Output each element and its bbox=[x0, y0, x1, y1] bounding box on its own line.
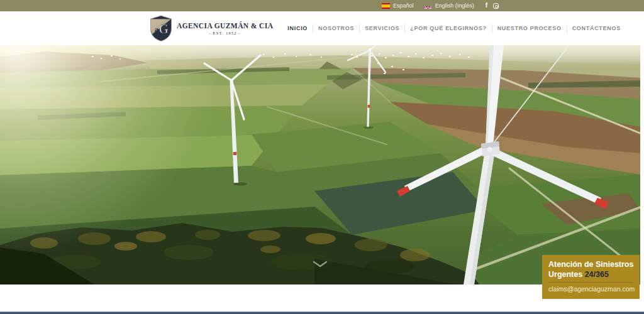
social-links: f bbox=[486, 3, 499, 9]
established-year: - EST. 1952 - bbox=[209, 31, 241, 35]
main-nav: INICIO NOSOTROS SERVICIOS ¿POR QUÉ ELEGI… bbox=[282, 24, 626, 33]
instagram-icon[interactable] bbox=[493, 3, 499, 9]
next-section-top-edge bbox=[0, 311, 644, 314]
svg-text:G: G bbox=[159, 22, 168, 36]
language-option-spanish[interactable]: Español bbox=[382, 3, 414, 9]
shield-logo-icon: a G bbox=[149, 15, 173, 41]
hero-section: Atención de Siniestros Urgentes 24/365 c… bbox=[0, 45, 640, 284]
claims-line-1: Atención de Siniestros bbox=[548, 259, 633, 269]
facebook-icon[interactable]: f bbox=[486, 3, 487, 9]
company-name: AGENCIA GUZMÁN & CIA bbox=[177, 22, 273, 30]
nav-item-inicio[interactable]: INICIO bbox=[282, 24, 313, 33]
nav-item-nuestro-proceso[interactable]: NUESTRO PROCESO bbox=[492, 24, 567, 33]
language-label: English (Inglés) bbox=[435, 3, 474, 9]
uk-flag-icon bbox=[424, 3, 432, 9]
claims-email-link[interactable]: claims@agenciaguzman.com bbox=[548, 282, 633, 293]
sun-glare bbox=[0, 45, 640, 284]
scroll-down-chevron-icon[interactable] bbox=[313, 261, 328, 268]
nav-item-por-que-elegirnos[interactable]: ¿POR QUÉ ELEGIRNOS? bbox=[404, 24, 491, 33]
site-header: a G AGENCIA GUZMÁN & CIA - EST. 1952 - I… bbox=[0, 11, 644, 45]
nav-item-contactenos[interactable]: CONTÁCTENOS bbox=[567, 24, 626, 33]
spain-flag-icon bbox=[382, 3, 390, 9]
claims-line-2: Urgentes 24/365 bbox=[548, 269, 633, 279]
hero-image-wind-turbines bbox=[0, 45, 640, 284]
svg-text:a: a bbox=[155, 25, 158, 34]
logo-text: AGENCIA GUZMÁN & CIA - EST. 1952 - bbox=[177, 22, 273, 35]
language-label: Español bbox=[393, 3, 414, 9]
logo[interactable]: a G AGENCIA GUZMÁN & CIA - EST. 1952 - bbox=[149, 15, 273, 41]
nav-item-nosotros[interactable]: NOSOTROS bbox=[313, 24, 359, 33]
language-option-english[interactable]: English (Inglés) bbox=[424, 3, 474, 9]
claims-urgentes-label: Urgentes bbox=[548, 270, 582, 279]
nav-item-servicios[interactable]: SERVICIOS bbox=[359, 24, 404, 33]
topbar: Español English (Inglés) f bbox=[0, 0, 644, 11]
claims-availability: 24/365 bbox=[585, 270, 609, 279]
claims-banner: Atención de Siniestros Urgentes 24/365 c… bbox=[542, 255, 640, 299]
